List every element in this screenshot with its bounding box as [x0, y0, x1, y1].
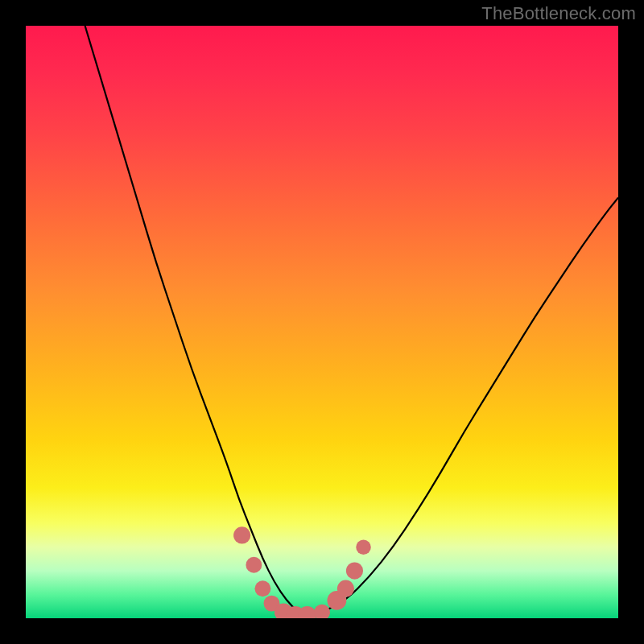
watermark-text: TheBottleneck.com [481, 3, 636, 24]
curve-marker [233, 526, 250, 543]
curve-marker [356, 539, 371, 555]
curve-marker [254, 580, 270, 597]
curve-marker [246, 557, 262, 573]
curve-marker [314, 605, 330, 618]
curve-marker [346, 563, 363, 580]
plot-area [26, 26, 618, 618]
chart-stage: TheBottleneck.com [0, 0, 644, 644]
curve-marker [298, 606, 316, 618]
curve-marker [337, 580, 354, 597]
marker-group [233, 526, 371, 618]
curve-svg [26, 26, 618, 618]
bottleneck-curve [85, 26, 618, 617]
